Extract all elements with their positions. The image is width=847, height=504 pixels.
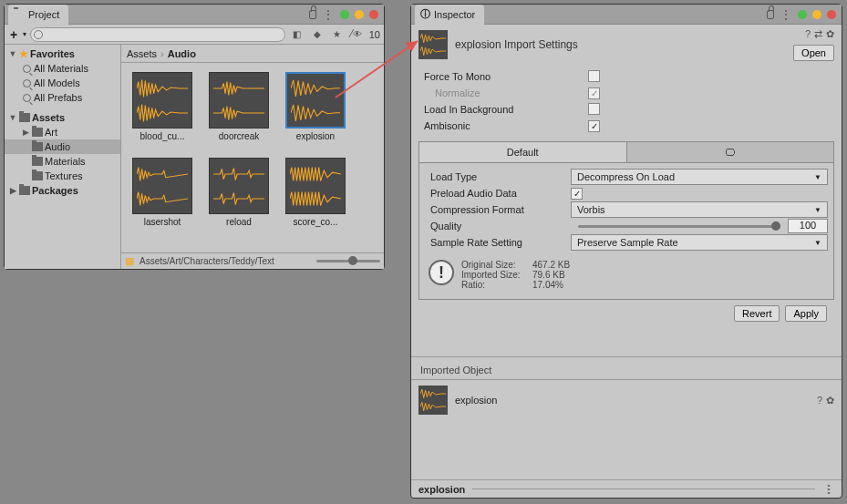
- inspector-header: explosion Import Settings ? ⇄ ✿ Open: [411, 25, 842, 65]
- folder-item[interactable]: Textures: [5, 169, 120, 183]
- asset-item[interactable]: doorcreak: [207, 72, 271, 141]
- inspector-footer: Revert Apply: [418, 300, 834, 325]
- gear-icon[interactable]: ✿: [826, 395, 834, 406]
- add-button[interactable]: +: [8, 27, 19, 42]
- status-icon: ▦: [125, 255, 134, 267]
- project-tab[interactable]: Project: [8, 5, 68, 25]
- packages-root[interactable]: ▶ Packages: [5, 183, 120, 198]
- search-icon: [21, 94, 32, 102]
- preset-icon[interactable]: ⇄: [814, 28, 822, 40]
- quality-slider[interactable]: [578, 225, 780, 228]
- favorite-icon[interactable]: ★: [329, 27, 346, 42]
- apply-button[interactable]: Apply: [785, 305, 827, 322]
- audio-waveform-icon: [285, 72, 346, 129]
- more-icon[interactable]: ⋯: [822, 483, 835, 495]
- more-icon[interactable]: ⋮: [780, 7, 792, 22]
- chevron-down-icon: ▼: [814, 239, 821, 247]
- project-tab-label: Project: [28, 9, 59, 20]
- audio-waveform-icon: [209, 158, 269, 214]
- help-icon[interactable]: ?: [817, 395, 822, 406]
- open-button[interactable]: Open: [793, 45, 834, 61]
- size-info: ! Original Size:467.2 KB Imported Size:7…: [425, 258, 828, 292]
- audio-waveform-icon: [418, 386, 448, 415]
- inspector-tab-bar: ⓘ Inspector ⋮: [411, 5, 842, 25]
- traffic-green[interactable]: [340, 10, 349, 19]
- asset-grid: blood_cu... doorcreak explosion: [121, 63, 384, 252]
- search-icon: [21, 79, 32, 87]
- filter-by-label-icon[interactable]: ◆: [309, 27, 325, 42]
- inspector-body: Force To Mono Normalize ✓ Load In Backgr…: [411, 65, 842, 329]
- chevron-right-icon: ›: [160, 48, 164, 59]
- project-tab-bar: Project ⋮: [5, 5, 384, 25]
- inspector-tab-label: Inspector: [434, 9, 475, 20]
- folder-icon: [14, 9, 25, 20]
- favorite-item[interactable]: All Prefabs: [5, 90, 120, 105]
- asset-item[interactable]: reload: [207, 158, 271, 227]
- inspector-title: explosion Import Settings: [455, 38, 578, 51]
- filter-by-type-icon[interactable]: ◧: [289, 27, 305, 42]
- add-dropdown-icon[interactable]: ▾: [23, 30, 26, 38]
- platform-tab-standalone[interactable]: 🖵: [627, 142, 834, 162]
- star-icon: ★: [19, 48, 28, 60]
- checkbox: ✓: [588, 87, 600, 99]
- folder-icon: [19, 186, 30, 195]
- search-icon: [21, 65, 32, 73]
- folder-item-audio[interactable]: Audio: [5, 139, 120, 154]
- checkbox[interactable]: ✓: [571, 188, 583, 200]
- platform-tab-default[interactable]: Default: [419, 142, 627, 162]
- asset-item[interactable]: lasershot: [130, 158, 194, 227]
- favorite-item[interactable]: All Models: [5, 76, 120, 90]
- asset-item[interactable]: score_co...: [284, 158, 347, 227]
- folder-item[interactable]: ▶Art: [5, 125, 120, 139]
- asset-item-explosion[interactable]: explosion: [284, 72, 347, 141]
- traffic-yellow[interactable]: [812, 10, 821, 19]
- more-icon[interactable]: ⋮: [322, 7, 335, 22]
- breadcrumb-current[interactable]: Audio: [168, 48, 196, 59]
- asset-item[interactable]: blood_cu...: [130, 72, 194, 141]
- traffic-red[interactable]: [369, 10, 378, 19]
- prop-load-type: Load Type Decompress On Load▼: [425, 169, 828, 185]
- traffic-green[interactable]: [798, 10, 807, 19]
- thumbnail-size-slider[interactable]: [316, 260, 380, 262]
- sample-rate-dropdown[interactable]: Preserve Sample Rate▼: [571, 234, 828, 251]
- help-icon[interactable]: ?: [805, 28, 811, 40]
- preview-bar[interactable]: explosion ⋯: [411, 479, 842, 498]
- folder-item[interactable]: Materials: [5, 154, 120, 169]
- favorite-item[interactable]: All Materials: [5, 61, 120, 76]
- imported-object-header: Imported Object: [411, 356, 842, 380]
- breadcrumb-root[interactable]: Assets: [127, 48, 157, 59]
- checkbox[interactable]: [588, 103, 600, 115]
- inspector-window: ⓘ Inspector ⋮ explosion Import Settings …: [410, 4, 842, 499]
- favorites-header[interactable]: ▼★ Favorites: [5, 46, 120, 61]
- lock-icon[interactable]: [309, 10, 316, 19]
- load-type-dropdown[interactable]: Decompress On Load▼: [571, 169, 828, 185]
- prop-preload-audio-data: Preload Audio Data ✓: [425, 185, 828, 201]
- assets-root[interactable]: ▼ Assets: [5, 110, 120, 125]
- revert-button[interactable]: Revert: [734, 305, 780, 322]
- gear-icon[interactable]: ✿: [826, 28, 834, 40]
- folder-icon: [32, 142, 43, 151]
- checkbox[interactable]: [588, 70, 600, 82]
- quality-value[interactable]: 100: [788, 219, 828, 233]
- imported-object: explosion ? ✿: [411, 380, 842, 420]
- folder-icon: [32, 128, 43, 137]
- traffic-red[interactable]: [827, 10, 836, 19]
- prop-load-in-background: Load In Background: [418, 101, 834, 118]
- compression-format-dropdown[interactable]: Vorbis▼: [571, 201, 828, 218]
- checkbox[interactable]: ✓: [588, 120, 600, 132]
- traffic-yellow[interactable]: [355, 10, 364, 19]
- inspector-tab[interactable]: ⓘ Inspector: [415, 5, 484, 25]
- audio-waveform-icon: [132, 158, 192, 214]
- project-window: Project ⋮ + ▾ ◧ ◆ ★ 👁⁄ 10 ▼★ Favorites A…: [4, 4, 385, 270]
- lock-icon[interactable]: [767, 10, 774, 19]
- chevron-down-icon: ▼: [814, 206, 821, 214]
- prop-quality: Quality 100: [425, 218, 828, 234]
- project-status-bar: ▦ Assets/Art/Characters/Teddy/Text: [121, 252, 384, 269]
- hidden-icon[interactable]: 👁⁄: [349, 27, 366, 42]
- preview-label: explosion: [418, 484, 465, 495]
- monitor-icon: 🖵: [725, 147, 735, 158]
- prop-force-to-mono: Force To Mono: [418, 68, 834, 85]
- platform-settings: Load Type Decompress On Load▼ Preload Au…: [418, 162, 834, 300]
- audio-waveform-icon: [418, 30, 448, 59]
- search-input[interactable]: [30, 27, 285, 42]
